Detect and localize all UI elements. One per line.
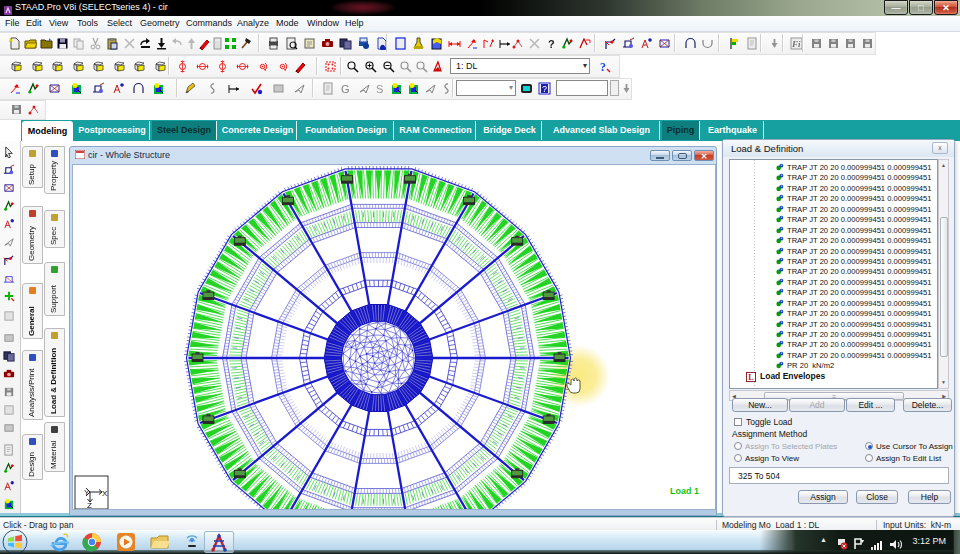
svg-text:Z: Z xyxy=(87,501,92,510)
svg-text:L: L xyxy=(748,373,754,382)
svg-text:Y: Y xyxy=(84,488,90,497)
svg-text:Fi: Fi xyxy=(791,39,801,49)
svg-text:G: G xyxy=(341,83,350,95)
svg-text:?: ? xyxy=(600,60,606,73)
svg-text:X: X xyxy=(102,489,108,498)
svg-text:Load 1: Load 1 xyxy=(670,486,699,496)
svg-text:?: ? xyxy=(542,84,547,94)
svg-text:S: S xyxy=(376,83,383,95)
svg-text:?: ? xyxy=(548,38,555,50)
